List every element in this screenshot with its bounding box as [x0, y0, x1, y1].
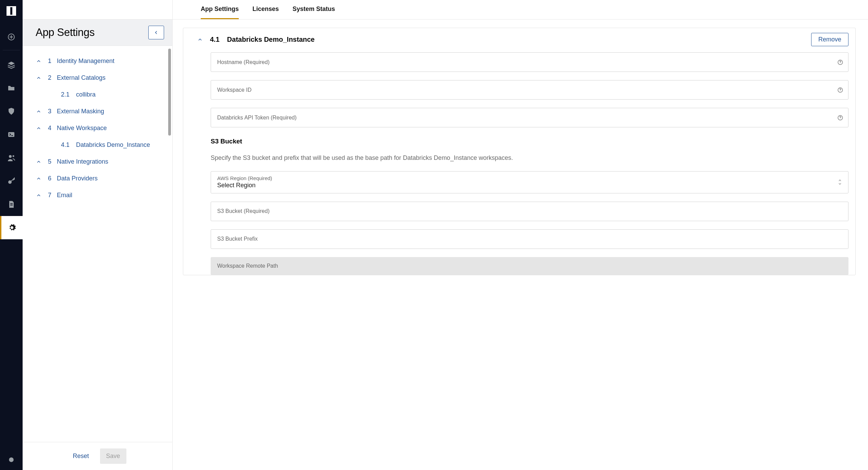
shield-icon: [7, 107, 15, 115]
api-token-field[interactable]: Databricks API Token (Required): [211, 108, 848, 127]
tab-app-settings[interactable]: App Settings: [201, 0, 239, 19]
field-label: Databricks API Token (Required): [217, 115, 297, 121]
field-label: Hostname (Required): [217, 59, 270, 65]
toc-item-native-workspace[interactable]: 4 Native Workspace: [29, 120, 167, 137]
arrow-right-circle-icon: [8, 457, 14, 463]
terminal-icon: [7, 130, 15, 139]
scrollbar-thumb[interactable]: [168, 49, 171, 136]
chevron-up-icon[interactable]: [198, 37, 202, 42]
s3-bucket-prefix-field[interactable]: S3 Bucket Prefix: [211, 229, 848, 249]
add-icon: [7, 33, 15, 41]
svg-point-6: [9, 155, 12, 158]
tab-system-status[interactable]: System Status: [293, 0, 335, 19]
toc-label: Native Workspace: [57, 125, 107, 132]
toc-label: External Catalogs: [57, 74, 106, 81]
nav-file[interactable]: [0, 193, 23, 216]
main-panel: App Settings Licenses System Status 4.1 …: [173, 0, 868, 470]
nav-folder[interactable]: [0, 76, 23, 100]
field-label: AWS Region (Required): [217, 175, 832, 181]
toc-subnum: 4.1: [61, 141, 70, 149]
toc-item-native-integrations[interactable]: 5 Native Integrations: [29, 153, 167, 170]
card-title: Databricks Demo_Instance: [227, 36, 315, 43]
svg-point-7: [13, 155, 14, 157]
nav-expand[interactable]: [0, 449, 23, 470]
toc-num: 7: [47, 192, 51, 199]
remove-button[interactable]: Remove: [811, 33, 848, 46]
toc-item-external-masking[interactable]: 3 External Masking: [29, 103, 167, 120]
chevron-up-icon: [36, 160, 41, 164]
sidebar-spacer: [23, 0, 172, 20]
field-label: S3 Bucket Prefix: [217, 236, 258, 242]
select-arrows-icon: [838, 179, 842, 185]
chevron-left-icon: [154, 30, 159, 35]
svg-point-17: [840, 119, 840, 119]
field-value: Select Region: [217, 182, 832, 189]
toc-item-email[interactable]: 7 Email: [29, 187, 167, 204]
chevron-up-icon: [36, 109, 41, 114]
chevron-up-icon: [36, 76, 41, 80]
help-icon[interactable]: [837, 87, 843, 93]
nav-rail: [0, 0, 23, 470]
toc-subitem-databricks-demo-instance[interactable]: 4.1 Databricks Demo_Instance: [29, 137, 167, 153]
toc-item-identity-management[interactable]: 1 Identity Management: [29, 53, 167, 69]
sidebar-title: App Settings: [36, 26, 95, 39]
s3-heading: S3 Bucket: [211, 138, 848, 145]
toc-num: 3: [47, 108, 51, 115]
toc-item-data-providers[interactable]: 6 Data Providers: [29, 170, 167, 187]
nav-key[interactable]: [0, 169, 23, 193]
rail-separator: [3, 50, 20, 50]
nav-add[interactable]: [0, 25, 23, 49]
toc-num: 6: [47, 175, 51, 182]
toc-num: 2: [47, 74, 51, 81]
layers-icon: [7, 61, 15, 69]
nav-terminal[interactable]: [0, 123, 23, 146]
chevron-up-icon: [36, 59, 41, 64]
aws-region-select[interactable]: AWS Region (Required) Select Region: [211, 171, 848, 193]
toc-label: External Masking: [57, 108, 104, 115]
toc-label: Native Integrations: [57, 158, 108, 165]
nav-users[interactable]: [0, 146, 23, 169]
file-icon: [7, 200, 15, 208]
workspace-id-field[interactable]: Workspace ID: [211, 80, 848, 100]
toc-label: Email: [57, 192, 72, 199]
field-label: Workspace Remote Path: [217, 263, 278, 269]
svg-point-15: [840, 91, 840, 91]
toc-num: 5: [47, 158, 51, 165]
nav-layers[interactable]: [0, 53, 23, 76]
toc-sublabel: collibra: [76, 91, 96, 98]
help-icon[interactable]: [837, 59, 843, 65]
chevron-up-icon: [36, 193, 41, 198]
toc-num: 4: [47, 125, 51, 132]
toc-sublabel: Databricks Demo_Instance: [76, 141, 150, 149]
gear-icon: [8, 224, 16, 232]
folder-icon: [7, 84, 15, 92]
toc-item-external-catalogs[interactable]: 2 External Catalogs: [29, 69, 167, 86]
users-icon: [7, 154, 15, 162]
help-icon[interactable]: [837, 115, 843, 121]
workspace-remote-path-field: Workspace Remote Path: [211, 257, 848, 275]
collapse-sidebar-button[interactable]: [148, 26, 164, 39]
save-button[interactable]: Save: [100, 448, 126, 464]
field-label: S3 Bucket (Required): [217, 208, 270, 214]
s3-bucket-field[interactable]: S3 Bucket (Required): [211, 202, 848, 221]
nav-shield[interactable]: [0, 100, 23, 123]
reset-button[interactable]: Reset: [69, 449, 93, 463]
chevron-up-icon: [36, 126, 41, 131]
hostname-field[interactable]: Hostname (Required): [211, 52, 848, 72]
chevron-up-icon: [36, 176, 41, 181]
card-index: 4.1: [210, 36, 220, 43]
toc-label: Data Providers: [57, 175, 98, 182]
svg-marker-3: [8, 62, 15, 65]
key-icon: [7, 177, 15, 185]
svg-rect-4: [8, 132, 14, 137]
tabs: App Settings Licenses System Status: [173, 0, 868, 20]
s3-description: Specify the S3 bucket and prefix that wi…: [211, 153, 848, 163]
field-label: Workspace ID: [217, 87, 251, 93]
tab-licenses[interactable]: Licenses: [252, 0, 279, 19]
toc-subitem-collibra[interactable]: 2.1 collibra: [29, 86, 167, 103]
toc-num: 1: [47, 58, 51, 65]
workspace-card: 4.1 Databricks Demo_Instance Remove Host…: [183, 28, 856, 275]
settings-sidebar: App Settings 1 Identity Management 2 Ext…: [23, 0, 173, 470]
toc-subnum: 2.1: [61, 91, 70, 98]
nav-settings[interactable]: [0, 216, 23, 239]
